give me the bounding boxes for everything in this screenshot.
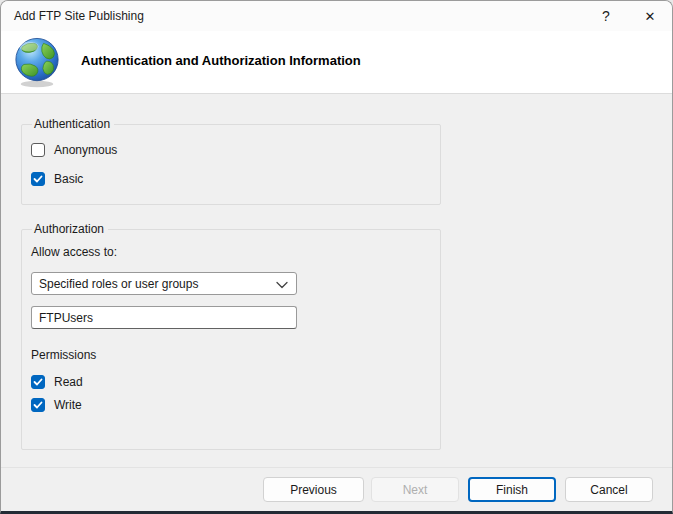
close-icon: ✕ xyxy=(645,9,656,24)
button-bar: Previous Next Finish Cancel xyxy=(1,467,672,511)
window-title: Add FTP Site Publishing xyxy=(14,9,584,23)
write-label: Write xyxy=(54,398,82,412)
authorization-legend: Authorization xyxy=(32,222,108,236)
basic-checkbox-row: Basic xyxy=(31,171,440,187)
title-bar: Add FTP Site Publishing ? ✕ xyxy=(1,1,672,31)
help-button[interactable]: ? xyxy=(584,1,628,31)
write-checkbox-row: Write xyxy=(31,397,440,413)
page-title: Authentication and Authorization Informa… xyxy=(81,53,361,68)
dialog-window: Add FTP Site Publishing ? ✕ xyxy=(0,0,673,514)
close-button[interactable]: ✕ xyxy=(628,1,672,31)
check-icon xyxy=(33,400,43,410)
authentication-legend: Authentication xyxy=(32,117,114,131)
basic-label: Basic xyxy=(54,172,83,186)
authorization-group: Authorization Allow access to: Specified… xyxy=(21,222,441,450)
anonymous-label: Anonymous xyxy=(54,143,117,157)
wizard-header: Authentication and Authorization Informa… xyxy=(1,31,672,94)
authentication-group: Authentication Anonymous Basic xyxy=(21,117,441,205)
check-icon xyxy=(33,174,43,184)
read-checkbox-row: Read xyxy=(31,374,440,390)
cancel-button[interactable]: Cancel xyxy=(565,477,653,502)
access-dropdown[interactable]: Specified roles or user groups xyxy=(31,272,297,295)
read-checkbox[interactable] xyxy=(31,375,45,389)
basic-checkbox[interactable] xyxy=(31,172,45,186)
dialog-body: Authentication Anonymous Basic Authoriza… xyxy=(1,94,672,467)
help-icon: ? xyxy=(602,8,610,24)
check-icon xyxy=(33,377,43,387)
finish-button[interactable]: Finish xyxy=(468,477,556,502)
access-dropdown-value: Specified roles or user groups xyxy=(39,277,276,291)
anonymous-checkbox-row: Anonymous xyxy=(31,142,440,158)
read-label: Read xyxy=(54,375,83,389)
anonymous-checkbox[interactable] xyxy=(31,143,45,157)
previous-button[interactable]: Previous xyxy=(263,477,364,502)
write-checkbox[interactable] xyxy=(31,398,45,412)
chevron-down-icon xyxy=(276,281,288,289)
allow-access-label: Allow access to: xyxy=(31,245,440,259)
permissions-label: Permissions xyxy=(31,348,440,362)
roles-input[interactable] xyxy=(31,306,297,329)
globe-icon xyxy=(11,35,63,89)
next-button[interactable]: Next xyxy=(371,477,459,502)
